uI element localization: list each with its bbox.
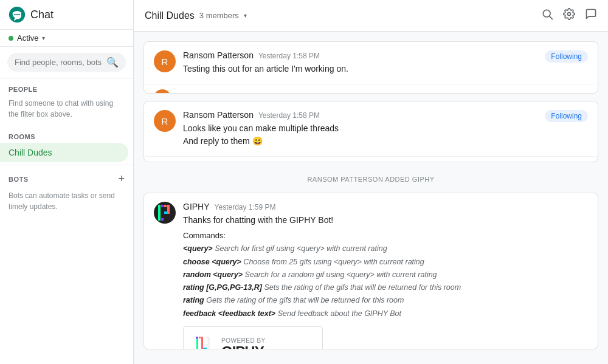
giphy-commands: Commands: <query> Search for first gif u… <box>183 229 588 320</box>
thread-1: R Ransom Patterson Yesterday 1:58 PM Tes… <box>143 41 598 94</box>
topbar-right <box>541 8 597 23</box>
giphy-logo-icon <box>196 337 215 350</box>
people-section-header: PEOPLE <box>0 78 133 95</box>
reply-avatar-1: R <box>154 89 171 94</box>
channel-chevron[interactable]: ▾ <box>244 12 247 19</box>
status-chevron: ▾ <box>42 35 45 41</box>
message-row-2: R Ransom Patterson Yesterday 1:58 PM Loo… <box>144 101 598 156</box>
channel-name: Chill Dudes <box>145 10 195 21</box>
svg-rect-9 <box>164 205 167 207</box>
svg-point-3 <box>18 14 20 16</box>
topbar: Chill Dudes 3 members ▾ <box>134 0 608 32</box>
bots-section-desc: Bots can automate tasks or send timely u… <box>0 188 133 218</box>
giphy-message-header: GIPHY Yesterday 1:59 PM <box>183 202 588 211</box>
sidebar-header: Chat <box>0 0 133 30</box>
search-icon: 🔍 <box>106 57 119 68</box>
reply-row-1: R ▶ <box>144 84 598 94</box>
svg-rect-7 <box>161 205 164 207</box>
cmd-query: <query> Search for first gif using <quer… <box>183 242 588 255</box>
bots-section-header: BOTS <box>9 176 29 183</box>
status-label: Active <box>17 33 38 43</box>
cmd-rating-set: rating [G,PG,PG-13,R] Sets the rating of… <box>183 281 588 294</box>
reply-input-1[interactable] <box>178 93 572 94</box>
message-header-2: Ransom Patterson Yesterday 1:58 PM <box>183 110 588 120</box>
sidebar-item-chill-dudes[interactable]: Chill Dudes <box>0 143 128 162</box>
svg-line-5 <box>550 16 553 19</box>
rooms-section-header: ROOMS <box>0 126 133 143</box>
following-badge-1[interactable]: Following <box>545 50 588 63</box>
app-logo <box>9 6 26 23</box>
sender-name-1: Ransom Patterson <box>183 50 254 60</box>
app-title: Chat <box>30 9 54 21</box>
topbar-left: Chill Dudes 3 members ▾ <box>145 10 247 21</box>
reply-row-2: R ▶ <box>144 156 598 162</box>
message-time-2: Yesterday 1:58 PM <box>258 111 320 120</box>
member-count: 3 members <box>199 11 239 20</box>
cmd-random: random <query> Search for a random gif u… <box>183 269 588 281</box>
svg-rect-8 <box>161 218 164 221</box>
avatar-2: R <box>154 110 176 132</box>
message-row-1: R Ransom Patterson Yesterday 1:58 PM Tes… <box>144 42 598 84</box>
bots-header-row: BOTS + <box>0 165 133 188</box>
status-dot <box>9 36 13 41</box>
giphy-intro: Thanks for chatting with the GIPHY Bot! <box>183 214 588 227</box>
search-area: 🔍 <box>0 47 133 78</box>
giphy-sender-name: GIPHY <box>183 202 210 211</box>
svg-rect-15 <box>196 337 198 338</box>
svg-rect-14 <box>196 337 198 350</box>
message-text-1: Testing this out for an article I'm work… <box>183 63 588 75</box>
svg-point-2 <box>16 14 18 16</box>
bots-section: BOTS + Bots can automate tasks or send t… <box>0 165 133 218</box>
giphy-thread: GIPHY Yesterday 1:59 PM Thanks for chatt… <box>143 193 598 349</box>
svg-point-1 <box>14 14 16 16</box>
following-badge-2[interactable]: Following <box>545 110 588 122</box>
message-header-1: Ransom Patterson Yesterday 1:58 PM <box>183 50 588 60</box>
giphy-logo-text: POWERED BY GIPHY <box>221 337 266 349</box>
svg-rect-6 <box>158 205 161 221</box>
bottom-spacer <box>143 357 598 364</box>
add-bot-button[interactable]: + <box>118 173 125 185</box>
cmd-rating-get: rating Gets the rating of the gifs that … <box>183 294 588 307</box>
message-content-1: Ransom Patterson Yesterday 1:58 PM Testi… <box>183 50 588 75</box>
messages-area: R Ransom Patterson Yesterday 1:58 PM Tes… <box>134 32 608 364</box>
search-input[interactable] <box>15 58 102 67</box>
giphy-logo-brand: GIPHY <box>221 344 266 349</box>
search-box: 🔍 <box>7 53 126 72</box>
settings-button[interactable] <box>563 8 575 23</box>
new-chat-button[interactable] <box>585 8 597 23</box>
system-message: RANSOM PATTERSON ADDED GIPHY <box>143 170 598 185</box>
avatar-1: R <box>154 50 176 72</box>
giphy-message-time: Yesterday 1:59 PM <box>215 203 276 211</box>
send-icon-1[interactable]: ▶ <box>579 91 588 94</box>
people-section-desc: Find someone to chat with using the filt… <box>0 95 133 126</box>
svg-rect-20 <box>201 337 203 349</box>
cmd-feedback: feedback <feedback text> Send feedback a… <box>183 307 588 320</box>
giphy-powered-logo: POWERED BY GIPHY <box>183 326 323 350</box>
thread-2: R Ransom Patterson Yesterday 1:58 PM Loo… <box>143 101 598 162</box>
reply-avatar-2: R <box>154 162 171 162</box>
svg-rect-11 <box>167 205 170 214</box>
sidebar: Chat Active ▾ 🔍 PEOPLE Find someone to c… <box>0 0 134 364</box>
svg-rect-17 <box>199 337 201 338</box>
giphy-message-row: GIPHY Yesterday 1:59 PM Thanks for chatt… <box>144 193 598 349</box>
sender-name-2: Ransom Patterson <box>183 110 254 120</box>
cmd-choose: choose <query> Choose from 25 gifs using… <box>183 256 588 269</box>
commands-label: Commands: <box>183 231 226 240</box>
status-bar[interactable]: Active ▾ <box>0 30 133 47</box>
giphy-message-content: GIPHY Yesterday 1:59 PM Thanks for chatt… <box>183 202 588 349</box>
message-content-2: Ransom Patterson Yesterday 1:58 PM Looks… <box>183 110 588 148</box>
search-button[interactable] <box>541 8 553 23</box>
giphy-avatar <box>154 202 176 224</box>
message-text-2: Looks like you can make multiple threads… <box>183 122 588 148</box>
main-content: Chill Dudes 3 members ▾ R Ransom Pat <box>134 0 608 364</box>
message-time-1: Yesterday 1:58 PM <box>258 52 320 60</box>
